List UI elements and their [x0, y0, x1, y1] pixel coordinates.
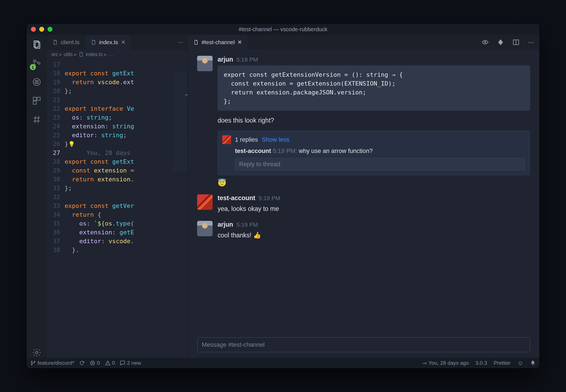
chat-message: test-account 5:18 PM yea, looks okay to … — [197, 194, 530, 214]
message-username[interactable]: test-account — [218, 194, 255, 202]
file-icon — [52, 39, 58, 45]
tab-overflow-icon[interactable]: ··· — [178, 39, 183, 46]
reply-username[interactable]: test-account — [235, 147, 271, 154]
git-branch-status[interactable]: feature/discord* — [30, 360, 74, 366]
comment-icon — [120, 360, 125, 366]
person-icon: ⊸ — [422, 360, 427, 366]
message-time: 5:18 PM — [259, 195, 280, 202]
window-title: #test-channel — vscode-rubberduck — [27, 26, 539, 33]
code-editor[interactable]: 1718192021222324252627282930313233343536… — [47, 59, 187, 358]
settings-gear-icon[interactable] — [31, 347, 42, 358]
breadcrumb-item[interactable]: utils — [64, 52, 73, 57]
svg-rect-9 — [33, 101, 36, 104]
source-control-badge: 1 — [30, 64, 36, 70]
svg-rect-8 — [37, 97, 40, 100]
formatter-status[interactable]: Prettier — [494, 360, 511, 366]
breadcrumb-item[interactable]: src — [51, 52, 58, 57]
file-icon — [78, 52, 84, 57]
chevron-right-icon: ▸ — [74, 51, 77, 57]
preview-icon[interactable] — [482, 39, 489, 46]
svg-point-13 — [31, 361, 32, 362]
errors-status[interactable]: 0 — [90, 360, 100, 366]
warning-icon — [105, 360, 110, 366]
split-editor-icon[interactable] — [512, 39, 520, 46]
extensions-icon[interactable] — [31, 96, 42, 106]
thread-reply-input[interactable]: Reply to thread — [235, 158, 525, 171]
vscode-window: #test-channel — vscode-rubberduck 1 — [26, 23, 540, 369]
breadcrumb-item[interactable]: … — [109, 52, 113, 57]
message-reaction[interactable]: 😇 — [218, 179, 530, 187]
more-actions-icon[interactable]: ··· — [528, 38, 534, 47]
thread-replies-count: 1 replies — [235, 136, 258, 143]
chat-tab-label: #test-channel — [202, 39, 235, 46]
message-time: 5:18 PM — [236, 56, 258, 63]
avatar[interactable] — [197, 56, 213, 71]
avatar[interactable] — [222, 135, 231, 144]
version-status[interactable]: 3.0.3 — [475, 360, 487, 366]
editor-tab-index[interactable]: index.ts ✕ — [85, 35, 131, 50]
file-icon — [193, 39, 199, 45]
minimap[interactable] — [173, 72, 187, 171]
reply-text: why use an arrow function? — [299, 147, 373, 154]
debug-icon[interactable] — [31, 77, 42, 87]
compose-input[interactable]: Message #test-channel — [197, 337, 530, 352]
message-code-block: export const getExtensionVersion = (): s… — [218, 65, 530, 111]
chevron-right-icon: ▸ — [104, 51, 107, 57]
message-username[interactable]: arjun — [218, 56, 233, 63]
warnings-status[interactable]: 0 — [105, 360, 115, 366]
reply-time: 5:19 PM: — [273, 147, 297, 154]
message-text: does this look right? — [218, 116, 530, 125]
message-username[interactable]: arjun — [218, 221, 233, 228]
message-text: cool thanks! 👍 — [218, 231, 530, 240]
sync-icon[interactable] — [79, 360, 85, 366]
chevron-right-icon: ▸ — [60, 51, 62, 57]
tab-label: index.ts — [99, 39, 118, 46]
svg-point-4 — [38, 62, 40, 64]
chat-message: arjun 5:18 PM export const getExtensionV… — [197, 56, 530, 187]
git-branch-icon — [30, 360, 36, 366]
thread-reply-placeholder: Reply to thread — [239, 161, 280, 168]
activity-bar: 1 — [27, 35, 47, 358]
compose-placeholder: Message #test-channel — [202, 341, 265, 348]
tab-label: client.ts — [61, 39, 80, 46]
close-tab-icon[interactable]: ✕ — [121, 39, 126, 46]
svg-point-14 — [31, 364, 32, 365]
chat-tab-test-channel[interactable]: #test-channel ✕ — [188, 35, 248, 50]
editor-tab-client[interactable]: client.ts — [47, 35, 85, 50]
git-blame-status[interactable]: ⊸ You, 28 days ago — [422, 360, 469, 366]
bell-icon[interactable] — [530, 360, 536, 366]
feedback-smiley-icon[interactable]: ☺ — [517, 359, 523, 367]
svg-point-15 — [34, 361, 35, 362]
editor-tabs-bar: client.ts index.ts ✕ ··· — [47, 35, 187, 50]
chat-channel-icon[interactable] — [31, 114, 42, 125]
editor-pane: client.ts index.ts ✕ ··· src ▸ utils ▸ i… — [47, 35, 188, 358]
status-bar: feature/discord* 0 0 2 new ⊸ — [27, 358, 539, 368]
breadcrumbs[interactable]: src ▸ utils ▸ index.ts ▸ … — [47, 50, 187, 59]
avatar[interactable] — [197, 194, 213, 210]
message-time: 5:19 PM — [236, 221, 258, 228]
comments-status[interactable]: 2 new — [120, 360, 141, 366]
message-text: yea, looks okay to me — [218, 204, 530, 214]
svg-point-10 — [36, 351, 38, 354]
explorer-icon[interactable] — [31, 39, 42, 50]
thread-reply: test-account 5:19 PM: why use an arrow f… — [222, 147, 525, 155]
thread-container: 1 replies Show less test-account 5:19 PM… — [218, 131, 530, 175]
thread-show-less-link[interactable]: Show less — [262, 136, 289, 143]
close-tab-icon[interactable]: ✕ — [237, 39, 242, 46]
source-control-icon[interactable]: 1 — [31, 58, 42, 68]
error-icon — [90, 360, 95, 366]
chat-tabs-bar: #test-channel ✕ ··· — [188, 35, 539, 50]
chat-message: arjun 5:19 PM cool thanks! 👍 — [197, 221, 530, 240]
svg-point-2 — [33, 60, 35, 62]
breadcrumb-item[interactable]: index.ts — [86, 52, 103, 57]
titlebar: #test-channel — vscode-rubberduck — [27, 24, 539, 35]
file-icon — [91, 39, 96, 45]
svg-rect-7 — [33, 97, 36, 100]
svg-point-11 — [485, 41, 486, 43]
diamond-icon[interactable] — [497, 39, 504, 46]
chat-pane: #test-channel ✕ ··· arjun — [188, 35, 539, 358]
avatar[interactable] — [197, 221, 213, 236]
